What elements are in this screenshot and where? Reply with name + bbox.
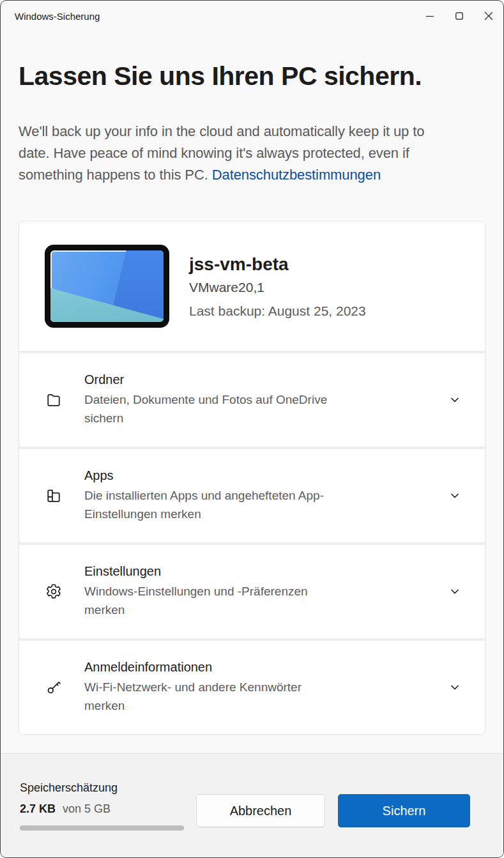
intro-line-3: something happens to this PC. Datenschut…: [19, 164, 485, 186]
minimize-icon: [425, 11, 434, 20]
expander-row-credentials[interactable]: Anmeldeinformationen Wi-Fi-Netzwerk- und…: [19, 641, 485, 734]
expander-row-folders[interactable]: Ordner Dateien, Dokumente und Fotos auf …: [19, 353, 485, 447]
row-desc-apps-line2: Einstellungen merken: [84, 505, 449, 523]
maximize-icon: [455, 11, 464, 20]
storage-usage-line: 2.7 KB von 5 GB: [20, 802, 184, 816]
row-desc-apps: Die installierten Apps und angehefteten …: [84, 486, 449, 523]
row-desc-settings: Windows-Einstellungen und -Präferenzen m…: [84, 582, 449, 619]
row-title-folders: Ordner: [84, 372, 449, 387]
pc-monitor-image: [45, 245, 169, 328]
row-desc-credentials-line1: Wi-Fi-Netzwerk- und andere Kennwörter: [84, 678, 449, 696]
windows-backup-window: Windows-Sicherung Lassen Sie uns Ihren P…: [0, 0, 504, 858]
row-desc-folders: Dateien, Dokumente und Fotos auf OneDriv…: [84, 390, 449, 427]
chevron-down-icon[interactable]: [449, 682, 461, 693]
row-text-folders: Ordner Dateien, Dokumente und Fotos auf …: [84, 372, 449, 427]
privacy-statement-link[interactable]: Datenschutzbestimmungen: [212, 167, 381, 183]
gear-icon: [45, 583, 63, 601]
storage-progress-bar: [20, 825, 184, 831]
row-text-credentials: Anmeldeinformationen Wi-Fi-Netzwerk- und…: [84, 660, 449, 715]
backup-button[interactable]: Sichern: [338, 794, 470, 827]
intro-line-2: date. Have peace of mind knowing it's al…: [19, 142, 485, 164]
spacer: [1, 735, 503, 753]
device-name: jss-vm-beta: [189, 254, 366, 275]
window-title: Windows-Sicherung: [15, 11, 100, 22]
close-icon: [484, 11, 493, 20]
hero-section: Lassen Sie uns Ihren PC sichern. We'll b…: [1, 31, 503, 186]
maximize-button[interactable]: [445, 3, 474, 29]
row-desc-folders-line1: Dateien, Dokumente und Fotos auf OneDriv…: [84, 390, 449, 409]
apps-icon: [45, 487, 63, 505]
intro-paragraph: We'll back up your info in the cloud and…: [19, 121, 485, 186]
chevron-down-icon[interactable]: [449, 586, 461, 597]
row-desc-apps-line1: Die installierten Apps und angehefteten …: [84, 486, 449, 505]
pc-wallpaper: [50, 250, 164, 322]
close-button[interactable]: [474, 3, 503, 29]
device-info: jss-vm-beta VMware20,1 Last backup: Augu…: [189, 254, 366, 319]
device-model: VMware20,1: [189, 280, 366, 295]
intro-line-3-text: something happens to this PC.: [19, 167, 212, 183]
storage-total-value: von 5 GB: [63, 802, 111, 816]
expander-row-apps[interactable]: Apps Die installierten Apps und angeheft…: [19, 449, 485, 542]
footer-buttons: Abbrechen Sichern: [196, 794, 470, 827]
chevron-down-icon[interactable]: [449, 394, 461, 406]
row-title-credentials: Anmeldeinformationen: [84, 660, 449, 675]
key-icon: [45, 678, 63, 696]
folder-icon: [45, 391, 63, 409]
storage-estimate: Speicherschätzung 2.7 KB von 5 GB: [20, 781, 184, 831]
intro-line-1: We'll back up your info in the cloud and…: [19, 121, 485, 142]
backup-card: jss-vm-beta VMware20,1 Last backup: Augu…: [19, 221, 485, 735]
storage-estimate-label: Speicherschätzung: [20, 781, 184, 795]
row-desc-credentials: Wi-Fi-Netzwerk- und andere Kennwörter me…: [84, 678, 449, 715]
row-desc-settings-line2: merken: [84, 601, 449, 619]
page-title: Lassen Sie uns Ihren PC sichern.: [19, 61, 485, 91]
row-desc-credentials-line2: merken: [84, 696, 449, 715]
row-text-apps: Apps Die installierten Apps und angeheft…: [84, 468, 449, 523]
row-title-settings: Einstellungen: [84, 564, 449, 579]
row-text-settings: Einstellungen Windows-Einstellungen und …: [84, 564, 449, 619]
expander-row-settings[interactable]: Einstellungen Windows-Einstellungen und …: [19, 545, 485, 638]
chevron-down-icon[interactable]: [449, 490, 461, 502]
row-desc-folders-line2: sichern: [84, 409, 449, 427]
device-summary: jss-vm-beta VMware20,1 Last backup: Augu…: [19, 222, 485, 351]
row-desc-settings-line1: Windows-Einstellungen und -Präferenzen: [84, 582, 449, 601]
minimize-button[interactable]: [415, 3, 445, 29]
last-backup-date: Last backup: August 25, 2023: [189, 303, 366, 319]
cancel-button[interactable]: Abbrechen: [196, 794, 325, 827]
row-title-apps: Apps: [84, 468, 449, 483]
titlebar: Windows-Sicherung: [1, 1, 503, 31]
footer-bar: Speicherschätzung 2.7 KB von 5 GB Abbrec…: [1, 753, 503, 857]
storage-used-value: 2.7 KB: [20, 802, 56, 816]
